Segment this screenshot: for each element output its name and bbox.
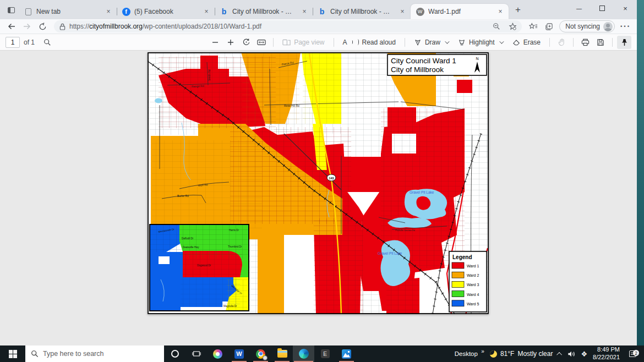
zoom-level-button[interactable] [490, 21, 503, 31]
edge-icon [299, 349, 309, 359]
clock-date: 8/22/2021 [593, 354, 620, 361]
minimize-button[interactable] [567, 0, 591, 17]
address-bar[interactable]: https://cityofmillbrook.org/wp-content/u… [54, 20, 522, 32]
taskbar: Desktop » 81°F Mostly clear 8:49 PM 8/22… [0, 345, 644, 362]
forward-button[interactable] [20, 20, 34, 32]
separator [405, 38, 405, 47]
zoom-out-icon [493, 23, 500, 30]
paint3d-button[interactable] [207, 345, 228, 362]
forward-icon [23, 22, 31, 31]
task-view-button[interactable] [185, 345, 207, 362]
map-label: Smith Rd [208, 69, 211, 81]
draw-pen-icon [414, 39, 422, 46]
print-button[interactable] [578, 36, 592, 49]
bing-icon [220, 7, 228, 16]
dropbox-tray-icon[interactable] [581, 350, 587, 358]
edge-button[interactable] [293, 345, 314, 362]
app-e-icon [321, 349, 330, 358]
tab-title: City of Millbrook - Bing [232, 8, 296, 15]
read-aloud-button[interactable]: Read aloud [339, 36, 400, 49]
legend-title: Legend [452, 254, 472, 260]
read-aloud-wave-icon [357, 39, 359, 45]
pdf-search-button[interactable] [40, 36, 54, 49]
maximize-button[interactable] [591, 0, 614, 17]
search-icon [43, 39, 51, 46]
tray-expand-button[interactable] [558, 352, 562, 356]
photos-button[interactable] [336, 345, 357, 362]
tab-close-button[interactable] [104, 7, 113, 16]
draw-button[interactable]: Draw [410, 36, 452, 49]
printer-icon [581, 39, 590, 46]
desktop-toolbar[interactable]: Desktop » [455, 350, 484, 357]
separator [273, 38, 274, 47]
tab-close-button[interactable] [202, 7, 211, 16]
save-button[interactable] [593, 36, 608, 49]
paint3d-icon [213, 349, 222, 359]
url-scheme: https:// [69, 23, 89, 30]
legend-swatch [452, 291, 464, 297]
address-toolbar: https://cityofmillbrook.org/wp-content/u… [0, 19, 637, 34]
refresh-button[interactable] [35, 20, 50, 32]
highlighter-icon [458, 39, 466, 46]
tab[interactable]: (5) Facebook [117, 4, 215, 19]
tab[interactable]: New tab [19, 4, 117, 19]
chrome-button[interactable] [250, 345, 271, 362]
zoom-in-button[interactable] [223, 36, 238, 49]
notification-badge: 2 [633, 350, 639, 356]
read-aloud-label: Read aloud [362, 39, 396, 46]
action-center-button[interactable]: 2 [625, 350, 640, 357]
back-button[interactable] [4, 20, 19, 32]
add-favorite-button[interactable] [506, 21, 519, 31]
tab[interactable]: City of Millbrook - Bing [313, 4, 411, 19]
save-icon [597, 39, 604, 46]
tab-title: City of Millbrook - Bing [330, 8, 394, 15]
chevron-down-icon[interactable] [445, 39, 449, 43]
zoom-out-button[interactable] [208, 36, 222, 49]
hand-tool-button[interactable] [554, 36, 569, 49]
start-button[interactable] [0, 345, 25, 362]
tab[interactable]: City of Millbrook - Bing [215, 4, 313, 19]
chevron-down-icon[interactable] [499, 39, 504, 43]
cortana-button[interactable] [164, 345, 185, 362]
search-input[interactable] [43, 350, 142, 358]
page-count-label: of 1 [24, 39, 35, 46]
tab-actions-button[interactable] [3, 2, 19, 18]
rotate-button[interactable] [239, 36, 253, 49]
collections-button[interactable] [542, 20, 556, 32]
map-title-line1: City Council Ward 1 [391, 57, 456, 65]
wordpress-icon [416, 7, 424, 16]
pdf-viewer[interactable]: 143 [0, 51, 637, 345]
legend-swatch [452, 300, 464, 306]
page-view-label: Page view [294, 39, 324, 46]
pin-toolbar-button[interactable] [617, 36, 631, 49]
erase-button[interactable]: Erase [508, 36, 545, 49]
fit-width-button[interactable] [254, 36, 269, 49]
taskbar-clock[interactable]: 8:49 PM 8/22/2021 [593, 346, 620, 361]
tab-close-button[interactable] [398, 7, 407, 16]
page-number-input[interactable]: 1 [6, 37, 20, 48]
taskbar-search[interactable] [25, 345, 164, 362]
speaker-icon [567, 350, 575, 358]
favorites-button[interactable] [526, 20, 541, 32]
settings-menu-button[interactable] [618, 20, 632, 32]
page-view-button[interactable]: Page view [278, 36, 329, 49]
favorites-star-icon [529, 23, 538, 31]
volume-button[interactable] [567, 350, 575, 358]
file-explorer-button[interactable] [271, 345, 293, 362]
toolbar-chevrons-icon[interactable]: » [481, 348, 484, 354]
profile-button[interactable]: Not syncing [559, 20, 615, 32]
tab[interactable]: Ward-1.pdf [411, 4, 509, 19]
map-label: Ward 4 [467, 293, 479, 297]
new-tab-button[interactable] [511, 3, 525, 17]
minus-icon [212, 39, 219, 46]
page-view-icon [282, 39, 291, 46]
tab-close-button[interactable] [300, 7, 309, 16]
close-button[interactable] [614, 0, 637, 17]
app-e-button[interactable] [314, 345, 336, 362]
highlight-button[interactable]: Highlight [454, 36, 507, 49]
weather-widget[interactable]: 81°F Mostly clear [490, 350, 553, 358]
map-label: Burke Rd [177, 194, 189, 198]
tab-close-button[interactable] [496, 7, 505, 16]
word-button[interactable] [228, 345, 250, 362]
tab-title: (5) Facebook [134, 8, 198, 15]
